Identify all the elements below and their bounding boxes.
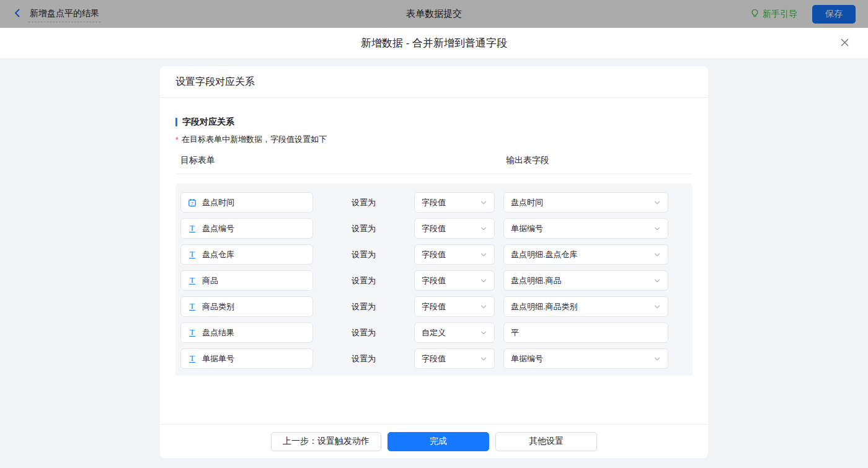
note: * 在目标表单中新增数据，字段值设置如下 [175,134,693,145]
mode-select[interactable]: 字段值 [414,270,495,291]
value-select[interactable]: 单据编号 [503,218,668,239]
text-field-icon: T [188,224,197,232]
mapping-row: 7 盘点时间 设置为 字段值 盘点时间 [175,192,693,213]
target-field-label: 盘点结果 [202,327,234,338]
value-select-value: 盘点明细.商品 [511,275,562,286]
chevron-down-icon [480,329,487,337]
mode-select[interactable]: 字段值 [414,244,495,265]
target-field-label: 盘点时间 [202,197,234,208]
mapping-row: T 盘点结果 设置为 自定义 平 [175,322,693,343]
custom-value-input[interactable]: 平 [503,322,668,343]
set-as-label: 设置为 [313,327,414,338]
chevron-down-icon [653,199,661,206]
top-bar: 新增盘点平的结果 表单数据提交 新手引导 保存 [0,0,868,28]
dialog-body: 设置字段对应关系 字段对应关系 * 在目标表单中新增数据，字段值设置如下 目标表… [0,59,868,468]
text-field-icon: T [188,250,197,258]
target-field-label: 商品类别 [202,301,234,312]
section-accent-bar [175,118,177,126]
target-field-box: T 单据单号 [180,348,313,369]
dialog-title: 新增数据 - 合并新增到普通字段 [361,36,507,50]
mapping-row: T 盘点编号 设置为 字段值 单据编号 [175,218,693,239]
note-text: 在目标表单中新增数据，字段值设置如下 [182,134,327,145]
beginner-guide-label: 新手引导 [763,9,797,20]
chevron-down-icon [653,225,661,232]
mode-select-value: 字段值 [422,197,446,208]
chevron-down-icon [653,277,661,285]
chevron-down-icon [653,303,661,311]
column-headers: 目标表单 输出表字段 [175,155,693,174]
chevron-down-icon [653,251,661,258]
value-select[interactable]: 盘点明细.盘点仓库 [503,244,668,265]
mapping-row: T 商品 设置为 字段值 盘点明细.商品 [175,270,693,291]
mode-select[interactable]: 字段值 [414,296,495,317]
topbar-title: 表单数据提交 [0,8,868,20]
text-field-icon: T [188,276,197,285]
value-select[interactable]: 盘点明细.商品类别 [503,296,668,317]
value-select-value: 盘点明细.商品类别 [511,301,578,312]
mapping-row: T 单据单号 设置为 字段值 单据编号 [175,348,693,369]
prev-step-button[interactable]: 上一步：设置触发动作 [271,432,381,451]
footer-actions: 上一步：设置触发动作 完成 其他设置 [160,424,708,458]
calendar-icon: 7 [188,198,197,207]
target-field-box: T 商品 [180,270,313,291]
target-field-box: T 商品类别 [180,296,313,317]
set-as-label: 设置为 [313,197,414,208]
chevron-down-icon [653,355,661,363]
value-select[interactable]: 盘点明细.商品 [503,270,668,291]
mapping-panel: 7 盘点时间 设置为 字段值 盘点时间 T 盘点编号 设置为 字段值 [175,183,693,376]
chevron-down-icon [480,225,487,232]
settings-card: 设置字段对应关系 字段对应关系 * 在目标表单中新增数据，字段值设置如下 目标表… [160,66,708,458]
target-field-label: 盘点编号 [202,223,234,234]
chevron-down-icon [480,355,487,363]
value-select-value: 盘点时间 [511,197,543,208]
value-select-value: 盘点明细.盘点仓库 [511,249,578,260]
mode-select[interactable]: 字段值 [414,348,495,369]
mode-select-value: 字段值 [422,249,446,260]
save-button[interactable]: 保存 [812,5,856,24]
section-title: 字段对应关系 [175,117,693,128]
target-field-label: 盘点仓库 [202,249,234,260]
lightbulb-icon [750,9,760,20]
chevron-down-icon [480,199,487,206]
value-select-value: 平 [511,327,519,338]
beginner-guide-link[interactable]: 新手引导 [750,9,797,20]
text-field-icon: T [188,355,197,363]
other-settings-button[interactable]: 其他设置 [495,432,597,451]
chevron-down-icon [480,251,487,258]
value-select-value: 单据编号 [511,223,543,234]
mode-select-value: 字段值 [422,353,446,364]
value-select-value: 单据编号 [511,353,543,364]
mode-select[interactable]: 字段值 [414,218,495,239]
value-select[interactable]: 单据编号 [503,348,668,369]
card-header: 设置字段对应关系 [160,66,708,98]
chevron-down-icon [480,303,487,311]
text-field-icon: T [188,302,197,311]
done-button[interactable]: 完成 [388,432,489,451]
target-field-label: 单据单号 [202,353,234,364]
target-field-box: T 盘点结果 [180,322,313,343]
column-header-target-form: 目标表单 [180,155,503,166]
section-title-label: 字段对应关系 [182,117,234,128]
target-field-label: 商品 [202,275,218,286]
svg-text:7: 7 [191,201,193,205]
set-as-label: 设置为 [313,223,414,234]
set-as-label: 设置为 [313,275,414,286]
close-icon [840,38,849,49]
mapping-row: T 商品类别 设置为 字段值 盘点明细.商品类别 [175,296,693,317]
chevron-down-icon [480,277,487,285]
set-as-label: 设置为 [313,249,414,260]
close-button[interactable] [837,36,852,51]
mode-select-value: 字段值 [422,301,446,312]
mode-select-value: 自定义 [422,327,446,338]
mode-select-value: 字段值 [422,275,446,286]
mode-select[interactable]: 字段值 [414,192,495,213]
mode-select[interactable]: 自定义 [414,322,495,343]
set-as-label: 设置为 [313,353,414,364]
text-field-icon: T [188,329,197,337]
value-select[interactable]: 盘点时间 [503,192,668,213]
target-field-box: T 盘点仓库 [180,244,313,265]
mapping-row: T 盘点仓库 设置为 字段值 盘点明细.盘点仓库 [175,244,693,265]
column-header-output-fields: 输出表字段 [506,155,549,165]
required-asterisk: * [175,135,179,144]
target-field-box: T 盘点编号 [180,218,313,239]
